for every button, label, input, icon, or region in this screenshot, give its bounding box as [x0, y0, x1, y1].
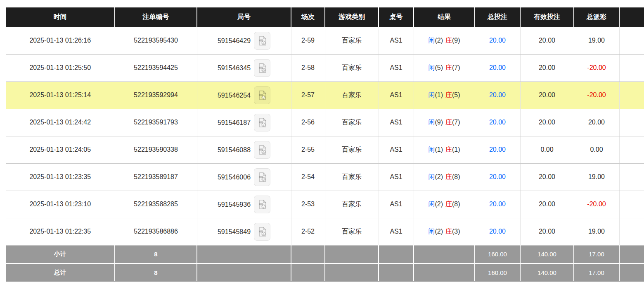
- game-type-cell: 百家乐: [325, 191, 379, 218]
- game-type-cell: 百家乐: [325, 218, 379, 245]
- footer-empty-cell: [414, 245, 475, 263]
- session-cell: 2-59: [291, 27, 325, 54]
- round-id-cell: 591546345: [197, 54, 291, 81]
- round-id-cell: 591546187: [197, 109, 291, 136]
- banker-result-label: 庄: [445, 37, 452, 44]
- banker-result-value: (3): [452, 228, 460, 235]
- video-record-icon[interactable]: [254, 141, 270, 159]
- banker-result-label: 庄: [445, 91, 452, 98]
- game-type-cell: 百家乐: [325, 81, 379, 109]
- banker-result-label: 庄: [445, 119, 452, 126]
- table-row[interactable]: 2025-01-13 01:24:42 522193591793 5915461…: [6, 109, 644, 136]
- valid-bet-cell: 20.00: [520, 81, 574, 109]
- subtotal-valid-bet: 140.00: [520, 245, 574, 263]
- banker-result-value: (8): [452, 173, 460, 180]
- video-record-icon[interactable]: [254, 59, 270, 77]
- round-id-text: 591546187: [218, 119, 251, 126]
- banker-result-label: 庄: [445, 201, 452, 208]
- round-id-text: 591546429: [218, 37, 251, 44]
- banker-result-value: (7): [452, 119, 460, 126]
- video-record-icon[interactable]: [254, 114, 270, 131]
- extra-cell: [619, 27, 644, 54]
- result-cell: 闲(1)庄(5): [414, 81, 475, 109]
- session-cell: 2-57: [291, 81, 325, 109]
- footer-empty-cell: [619, 263, 644, 282]
- col-header-round-id: 局号: [197, 7, 291, 27]
- table-row[interactable]: 2025-01-13 01:24:05 522193590338 5915460…: [6, 136, 644, 163]
- total-bet-cell: 20.00: [475, 81, 520, 109]
- total-bet-cell: 20.00: [475, 191, 520, 218]
- player-result-value: (2): [435, 228, 443, 235]
- subtotal-label: 小计: [6, 245, 115, 263]
- player-result-value: (2): [435, 173, 443, 180]
- video-record-icon[interactable]: [254, 32, 270, 50]
- round-id-text: 591545936: [218, 201, 251, 208]
- extra-cell: [619, 109, 644, 136]
- total-bet-cell: 20.00: [475, 54, 520, 81]
- payout-cell: -20.00: [574, 81, 619, 109]
- table-row[interactable]: 2025-01-13 01:25:14 522193592994 5915462…: [6, 81, 644, 109]
- table-row[interactable]: 2025-01-13 01:25:50 522193594425 5915463…: [6, 54, 644, 81]
- table-no-cell: AS1: [379, 136, 414, 163]
- player-result-label: 闲: [428, 146, 435, 153]
- player-result-value: (2): [435, 201, 443, 208]
- video-record-icon[interactable]: [254, 223, 270, 241]
- game-type-cell: 百家乐: [325, 27, 379, 54]
- time-cell: 2025-01-13 01:24:42: [6, 109, 115, 136]
- round-id-cell: 591545936: [197, 191, 291, 218]
- bet-id-cell: 522193590338: [115, 136, 197, 163]
- subtotal-count: 8: [115, 245, 197, 263]
- total-bet-cell: 20.00: [475, 27, 520, 54]
- table-header-row: 时间 注单编号 局号 场次 游戏类别 桌号 结果 总投注 有效投注 总派彩: [6, 7, 644, 27]
- extra-cell: [619, 191, 644, 218]
- total-bet-cell: 20.00: [475, 218, 520, 245]
- extra-cell: [619, 54, 644, 81]
- video-record-icon[interactable]: [254, 196, 270, 213]
- payout-cell: -20.00: [574, 54, 619, 81]
- round-id-cell: 591546088: [197, 136, 291, 163]
- round-id-text: 591546254: [218, 91, 251, 98]
- valid-bet-cell: 20.00: [520, 163, 574, 191]
- game-type-cell: 百家乐: [325, 109, 379, 136]
- footer-empty-cell: [619, 245, 644, 263]
- bet-id-cell: 522193588285: [115, 191, 197, 218]
- col-header-time: 时间: [6, 7, 115, 27]
- footer-empty-cell: [414, 263, 475, 282]
- table-no-cell: AS1: [379, 81, 414, 109]
- player-result-value: (9): [435, 119, 443, 126]
- player-result-value: (1): [435, 146, 443, 153]
- banker-result-label: 庄: [445, 173, 452, 180]
- table-row[interactable]: 2025-01-13 01:26:16 522193595430 5915464…: [6, 27, 644, 54]
- time-cell: 2025-01-13 01:24:05: [6, 136, 115, 163]
- time-cell: 2025-01-13 01:22:35: [6, 218, 115, 245]
- banker-result-label: 庄: [445, 228, 452, 235]
- round-id-cell: 591546429: [197, 27, 291, 54]
- session-cell: 2-55: [291, 136, 325, 163]
- table-row[interactable]: 2025-01-13 01:23:35 522193589187 5915460…: [6, 163, 644, 191]
- table-row[interactable]: 2025-01-13 01:22:35 522193586886 5915458…: [6, 218, 644, 245]
- table-no-cell: AS1: [379, 218, 414, 245]
- bet-id-cell: 522193594425: [115, 54, 197, 81]
- round-id-text: 591545849: [218, 228, 251, 235]
- valid-bet-cell: 20.00: [520, 218, 574, 245]
- time-cell: 2025-01-13 01:26:16: [6, 27, 115, 54]
- extra-cell: [619, 136, 644, 163]
- banker-result-value: (5): [452, 91, 460, 98]
- table-no-cell: AS1: [379, 27, 414, 54]
- total-valid-bet: 140.00: [520, 263, 574, 282]
- table-no-cell: AS1: [379, 163, 414, 191]
- table-no-cell: AS1: [379, 191, 414, 218]
- payout-cell: 19.00: [574, 163, 619, 191]
- video-record-icon[interactable]: [254, 86, 270, 104]
- player-result-label: 闲: [428, 37, 435, 44]
- extra-cell: [619, 81, 644, 109]
- col-header-table-no: 桌号: [379, 7, 414, 27]
- valid-bet-cell: 20.00: [520, 54, 574, 81]
- game-type-cell: 百家乐: [325, 163, 379, 191]
- footer-empty-cell: [197, 263, 291, 282]
- round-id-text: 591546088: [218, 146, 251, 153]
- video-record-icon[interactable]: [254, 168, 270, 186]
- table-row[interactable]: 2025-01-13 01:23:10 522193588285 5915459…: [6, 191, 644, 218]
- player-result-label: 闲: [428, 91, 435, 98]
- bet-id-cell: 522193586886: [115, 218, 197, 245]
